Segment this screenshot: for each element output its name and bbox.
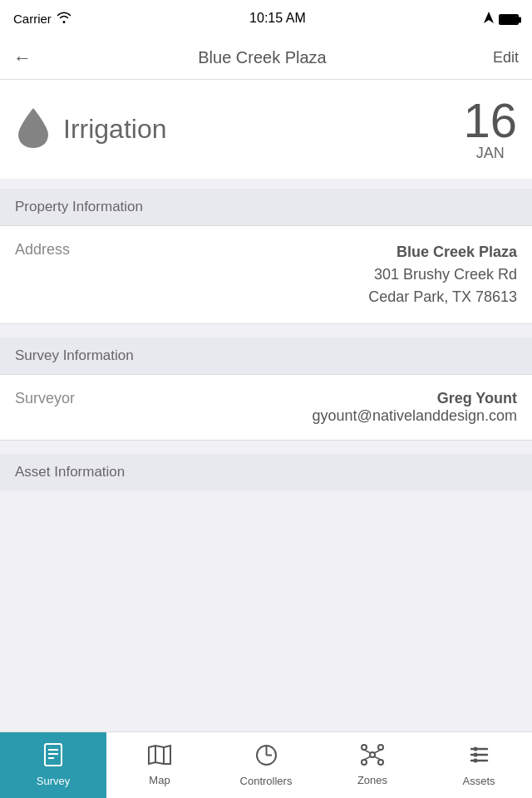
surveyor-name: Greg Yount xyxy=(313,390,517,407)
svg-line-13 xyxy=(364,750,371,753)
tab-assets-label: Assets xyxy=(462,775,495,787)
tab-zones-label: Zones xyxy=(357,774,387,786)
surveyor-email: gyount@nativelanddesign.com xyxy=(313,407,517,425)
survey-info-section-label: Survey Information xyxy=(0,337,532,374)
surveyor-row: Surveyor Greg Yount gyount@nativelanddes… xyxy=(0,374,532,441)
svg-point-21 xyxy=(473,752,477,756)
nav-title: Blue Creek Plaza xyxy=(198,48,327,67)
address-row: Address Blue Creek Plaza 301 Brushy Cree… xyxy=(0,225,532,324)
tab-controllers-label: Controllers xyxy=(240,775,293,787)
property-info-section-label: Property Information xyxy=(0,189,532,225)
tab-survey-label: Survey xyxy=(37,775,70,787)
svg-line-15 xyxy=(364,756,371,760)
assets-icon xyxy=(468,744,490,771)
address-label: Address xyxy=(15,241,70,259)
battery-icon xyxy=(499,12,519,26)
address-line1: Blue Creek Plaza xyxy=(368,241,517,264)
back-button[interactable]: ← xyxy=(13,47,32,69)
date-number: 16 xyxy=(463,96,517,145)
address-line3: Cedar Park, TX 78613 xyxy=(368,286,517,308)
status-bar-left: Carrier xyxy=(13,12,71,26)
tab-bar: Survey Map Controllers xyxy=(0,732,532,798)
tab-zones[interactable]: Zones xyxy=(319,732,426,798)
status-time: 10:15 AM xyxy=(249,11,306,26)
surveyor-label: Surveyor xyxy=(15,390,75,407)
svg-point-12 xyxy=(378,760,383,765)
address-value: Blue Creek Plaza 301 Brushy Creek Rd Ced… xyxy=(368,241,517,308)
svg-point-11 xyxy=(362,760,367,765)
header-section: Irrigation 16 JAN xyxy=(0,80,532,179)
svg-point-9 xyxy=(362,745,367,750)
header-date: 16 JAN xyxy=(463,96,517,162)
asset-info-section-label: Asset Information xyxy=(0,454,532,490)
map-icon xyxy=(148,744,171,771)
tab-survey[interactable]: Survey xyxy=(0,732,106,798)
carrier-label: Carrier xyxy=(13,12,52,26)
tab-assets[interactable]: Assets xyxy=(426,732,532,798)
irrigation-icon xyxy=(15,106,52,153)
header-left: Irrigation xyxy=(15,106,167,153)
zones-icon xyxy=(361,744,384,771)
svg-line-14 xyxy=(374,750,381,753)
svg-line-16 xyxy=(374,756,381,760)
tab-controllers[interactable]: Controllers xyxy=(213,732,319,798)
surveyor-value: Greg Yount gyount@nativelanddesign.com xyxy=(313,390,517,425)
svg-point-22 xyxy=(473,758,477,762)
controllers-icon xyxy=(255,744,278,771)
svg-point-20 xyxy=(473,746,477,751)
nav-bar: ← Blue Creek Plaza Edit xyxy=(0,37,532,80)
status-bar: Carrier 10:15 AM xyxy=(0,0,532,37)
tab-map[interactable]: Map xyxy=(106,732,213,798)
tab-map-label: Map xyxy=(149,774,170,786)
edit-button[interactable]: Edit xyxy=(493,49,519,66)
location-icon xyxy=(484,12,494,26)
wifi-icon xyxy=(57,12,71,26)
status-bar-right xyxy=(484,12,519,26)
svg-marker-4 xyxy=(149,746,170,764)
address-line2: 301 Brushy Creek Rd xyxy=(368,264,517,286)
header-title: Irrigation xyxy=(63,114,167,145)
survey-icon xyxy=(42,743,64,771)
svg-point-10 xyxy=(378,745,383,750)
date-month: JAN xyxy=(463,145,517,162)
